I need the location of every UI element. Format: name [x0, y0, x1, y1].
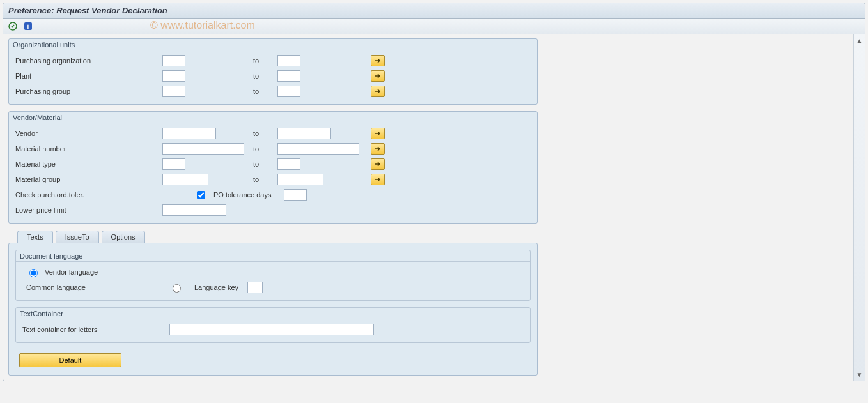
watermark: © www.tutorialkart.com — [150, 20, 255, 31]
group-text-container: TextContainer Text container for letters — [15, 307, 531, 343]
vertical-scroll[interactable]: ▲ ▼ — [853, 34, 865, 381]
scroll-up-icon[interactable]: ▲ — [856, 37, 863, 44]
multiselect-button[interactable] — [371, 158, 385, 170]
label-purch-group: Purchasing group — [15, 87, 162, 95]
execute-icon[interactable] — [7, 20, 19, 32]
input-material-type-from[interactable] — [162, 158, 185, 170]
tab-strip: Texts IssueTo Options — [17, 231, 848, 243]
input-po-tol-days[interactable] — [284, 189, 307, 201]
label-to: to — [252, 145, 277, 153]
label-material-group: Material group — [15, 176, 162, 183]
label-po-tol-days: PO tolerance days — [182, 191, 284, 199]
input-purch-group-to[interactable] — [277, 86, 300, 97]
input-material-group-from[interactable] — [162, 174, 208, 185]
input-purch-org-to[interactable] — [277, 55, 300, 66]
input-plant-from[interactable] — [162, 70, 185, 82]
group-vendor-material: Vendor/Material Vendor to Material numbe… — [8, 111, 538, 224]
scroll-down-icon[interactable]: ▼ — [856, 371, 863, 378]
input-material-type-to[interactable] — [277, 158, 300, 170]
label-material-no: Material number — [15, 145, 162, 153]
input-material-no-from[interactable] — [162, 143, 244, 155]
label-to: to — [252, 176, 277, 183]
tab-options[interactable]: Options — [102, 231, 145, 243]
input-purch-org-from[interactable] — [162, 55, 185, 66]
tab-texts[interactable]: Texts — [17, 231, 53, 243]
group-org-units: Organizational units Purchasing organiza… — [8, 38, 538, 105]
input-material-group-to[interactable] — [277, 174, 323, 185]
radio-common-language[interactable] — [173, 284, 181, 293]
input-language-key[interactable] — [247, 282, 263, 293]
group-doc-language: Document language Vendor language Common… — [15, 250, 531, 301]
multiselect-button[interactable] — [371, 86, 385, 97]
label-to: to — [252, 87, 277, 95]
multiselect-button[interactable] — [371, 55, 385, 66]
group-title-org: Organizational units — [9, 39, 537, 50]
input-purch-group-from[interactable] — [162, 86, 185, 97]
radio-vendor-language[interactable] — [29, 269, 38, 277]
page-title: Preference: Request Vendor Declaration — [3, 3, 865, 19]
multiselect-button[interactable] — [371, 128, 385, 139]
label-check-po-toler: Check purch.ord.toler. — [15, 191, 162, 199]
toolbar: i © www.tutorialkart.com — [3, 19, 865, 34]
input-text-container-letters[interactable] — [169, 324, 374, 335]
app-window: Preference: Request Vendor Declaration i… — [3, 3, 865, 381]
label-vendor-language: Vendor language — [45, 268, 98, 276]
input-material-no-to[interactable] — [277, 143, 359, 155]
input-lower-price[interactable] — [162, 204, 226, 216]
default-button[interactable]: Default — [19, 353, 121, 367]
info-icon[interactable]: i — [22, 20, 34, 32]
label-common-language: Common language — [26, 284, 169, 291]
tab-body-texts: Document language Vendor language Common… — [8, 243, 538, 376]
label-purch-org: Purchasing organization — [15, 57, 162, 65]
label-vendor: Vendor — [15, 130, 162, 137]
label-to: to — [252, 72, 277, 80]
group-title-textcontainer: TextContainer — [16, 308, 530, 319]
tab-issueto[interactable]: IssueTo — [56, 231, 99, 243]
label-to: to — [252, 130, 277, 137]
input-plant-to[interactable] — [277, 70, 300, 82]
label-plant: Plant — [15, 72, 162, 80]
group-title-vend: Vendor/Material — [9, 112, 537, 123]
label-material-type: Material type — [15, 160, 162, 168]
svg-text:i: i — [27, 23, 29, 30]
label-language-key: Language key — [194, 284, 238, 291]
input-vendor-to[interactable] — [277, 128, 331, 139]
multiselect-button[interactable] — [371, 174, 385, 185]
label-lower-price: Lower price limit — [15, 206, 162, 214]
input-vendor-from[interactable] — [162, 128, 216, 139]
label-to: to — [252, 160, 277, 168]
label-text-container-letters: Text container for letters — [22, 326, 169, 333]
multiselect-button[interactable] — [371, 143, 385, 155]
group-title-doclang: Document language — [16, 250, 530, 262]
multiselect-button[interactable] — [371, 70, 385, 82]
label-to: to — [252, 57, 277, 65]
content-area: Organizational units Purchasing organiza… — [3, 34, 853, 381]
